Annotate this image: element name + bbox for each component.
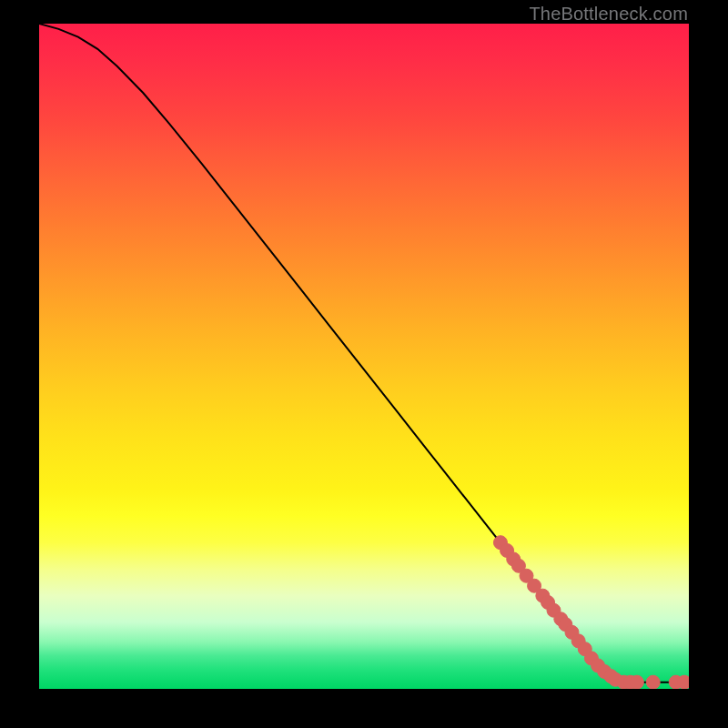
data-point xyxy=(646,675,660,689)
watermark-text: TheBottleneck.com xyxy=(529,4,688,25)
plot-area xyxy=(39,24,689,689)
scatter-points xyxy=(39,24,689,689)
data-point xyxy=(630,675,643,689)
data-point xyxy=(678,675,690,689)
chart-container: TheBottleneck.com xyxy=(0,0,728,728)
